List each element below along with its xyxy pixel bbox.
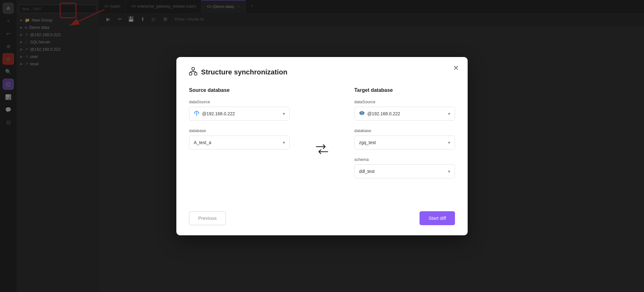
source-database-field: database A_test_a ▾ <box>189 128 290 149</box>
target-conn-icon <box>359 110 365 117</box>
modal-dialog: Structure synchronization ✕ Source datab… <box>176 57 468 235</box>
target-schema-field: schema ddl_test ▾ <box>354 157 455 178</box>
source-datasource-select[interactable]: @192.168.0.222 ▾ <box>189 107 290 121</box>
target-database-chevron: ▾ <box>448 140 450 145</box>
svg-point-15 <box>361 111 363 115</box>
modal-close-button[interactable]: ✕ <box>452 63 460 73</box>
modal-overlay: Structure synchronization ✕ Source datab… <box>0 0 644 292</box>
target-datasource-label: dataSource <box>354 99 455 104</box>
target-schema-chevron: ▾ <box>448 169 450 174</box>
source-conn-icon <box>194 110 199 117</box>
target-database-label: database <box>354 128 455 133</box>
target-datasource-value: @192.168.0.222 <box>367 111 448 116</box>
source-datasource-label: dataSource <box>189 99 290 104</box>
svg-rect-4 <box>189 73 192 75</box>
source-section-title: Source database <box>189 87 290 93</box>
svg-rect-5 <box>194 73 197 75</box>
target-datasource-field: dataSource @192.168.0.222 ▾ <box>354 99 455 121</box>
target-database-section: Target database dataSource @192.1 <box>354 87 455 186</box>
target-schema-value: ddl_test <box>359 169 448 174</box>
modal-title-icon <box>189 67 197 77</box>
svg-point-13 <box>196 114 197 116</box>
svg-rect-3 <box>192 67 194 70</box>
svg-point-12 <box>198 112 199 114</box>
previous-button[interactable]: Previous <box>189 211 226 225</box>
target-section-title: Target database <box>354 87 455 93</box>
modal-body: Source database dataSource <box>189 87 455 186</box>
swap-icon-container[interactable] <box>315 87 329 186</box>
target-database-field: database zgq_test ▾ <box>354 128 455 149</box>
source-datasource-chevron: ▾ <box>283 111 285 116</box>
target-schema-select[interactable]: ddl_test ▾ <box>354 164 455 178</box>
modal-title: Structure synchronization <box>201 68 287 76</box>
source-datasource-value: @192.168.0.222 <box>202 111 283 116</box>
source-datasource-field: dataSource @192.168.0.222 <box>189 99 290 121</box>
source-database-value: A_test_a <box>194 140 283 145</box>
modal-footer: Previous Start diff <box>189 205 455 225</box>
start-diff-button[interactable]: Start diff <box>420 211 455 225</box>
target-database-value: zgq_test <box>359 140 448 145</box>
target-database-select[interactable]: zgq_test ▾ <box>354 136 455 149</box>
target-datasource-chevron: ▾ <box>448 111 450 116</box>
target-schema-label: schema <box>354 157 455 162</box>
svg-point-11 <box>194 112 195 114</box>
source-database-section: Source database dataSource <box>189 87 290 186</box>
target-datasource-select[interactable]: @192.168.0.222 ▾ <box>354 107 455 121</box>
source-database-select[interactable]: A_test_a ▾ <box>189 136 290 149</box>
source-database-label: database <box>189 128 290 133</box>
source-database-chevron: ▾ <box>283 140 285 145</box>
modal-header: Structure synchronization <box>189 67 455 77</box>
